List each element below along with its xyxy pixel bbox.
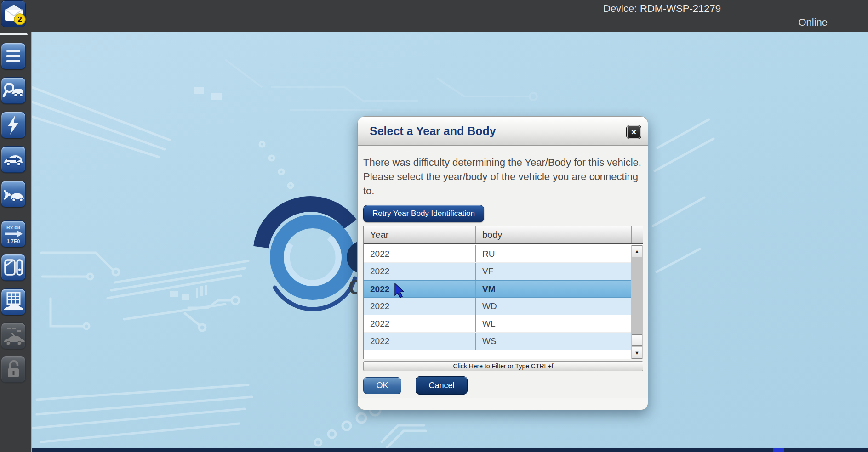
table-scrollbar[interactable]: ▲ ▼ — [631, 245, 643, 359]
bottom-status-strip — [32, 448, 868, 452]
cell-body[interactable]: WS — [476, 333, 631, 350]
scroll-down-button[interactable]: ▼ — [632, 347, 642, 359]
bottom-strip-highlight — [773, 448, 784, 452]
cell-year[interactable]: 2022 — [364, 281, 476, 297]
messages-button[interactable]: 2 — [1, 0, 26, 27]
scroll-up-button[interactable]: ▲ — [632, 245, 642, 257]
top-bar: 2 Device: RDM-WSP-21279 Online — [0, 0, 868, 32]
mouse-cursor — [394, 283, 406, 299]
mail-badge-count: 2 — [17, 15, 22, 24]
filter-bar-label: Click Here to Filter or Type CTRL+f — [453, 362, 554, 370]
mail-icon: 2 — [1, 1, 26, 28]
cell-body[interactable]: WL — [476, 315, 631, 332]
cell-body[interactable]: VF — [476, 263, 631, 280]
online-status: Online — [798, 17, 828, 28]
app-window: 2 Device: RDM-WSP-21279 Online — [0, 0, 868, 452]
close-button[interactable]: ✕ — [626, 125, 641, 139]
rx-bottom-label: 1 7E0 — [7, 238, 20, 244]
unlock-icon — [1, 357, 25, 381]
cell-body[interactable]: WD — [476, 298, 631, 315]
cell-year[interactable]: 2022 — [364, 315, 476, 332]
dialog-title: Select a Year and Body — [358, 117, 648, 145]
table-row[interactable]: 2022WD — [364, 298, 631, 315]
cell-year[interactable]: 2022 — [364, 245, 476, 262]
cancel-button[interactable]: Cancel — [416, 376, 468, 395]
dialog-footer — [358, 398, 648, 410]
car-wireless-icon — [1, 182, 25, 206]
retry-year-body-button[interactable]: Retry Year Body Identification — [363, 205, 484, 222]
lightning-icon — [1, 113, 25, 137]
sidebar-item-menu[interactable] — [1, 43, 26, 69]
dialog-body: There was difficulty determining the Yea… — [358, 146, 648, 395]
sidebar-item-flash[interactable] — [1, 112, 26, 138]
cell-year[interactable]: 2022 — [364, 298, 476, 315]
table-row[interactable]: 2022WL — [364, 315, 631, 333]
device-value: RDM-WSP-21279 — [640, 3, 721, 15]
cell-year[interactable]: 2022 — [364, 333, 476, 350]
sidebar-item-panels[interactable] — [1, 254, 26, 281]
sidebar-separator — [0, 33, 28, 35]
column-header-year[interactable]: Year — [364, 226, 476, 243]
rx-frames-icon: Rx d8 1 7E0 — [1, 222, 25, 246]
dialog-message: There was difficulty determining the Yea… — [363, 155, 645, 198]
search-vehicle-icon — [1, 79, 25, 102]
device-label: Device: — [603, 3, 637, 15]
sidebar-item-vehicle-search[interactable] — [1, 77, 26, 104]
cell-year[interactable]: 2022 — [364, 263, 476, 280]
table-body: 2022RU2022VF2022VM2022WD2022WL2022WS — [364, 245, 631, 359]
building-car-icon — [1, 290, 25, 314]
table-row[interactable]: 2022RU — [364, 245, 631, 263]
column-header-scroll-spacer — [632, 226, 643, 243]
sidebar-item-topology[interactable] — [1, 288, 26, 315]
sidebar-item-vehicle-data-disabled — [1, 322, 26, 349]
dialog-title-bar: Select a Year and Body ✕ — [358, 117, 648, 146]
menu-icon — [1, 44, 25, 68]
ok-button[interactable]: OK — [363, 377, 401, 394]
sidebar-item-vehicle-connect[interactable] — [1, 146, 26, 173]
table-header: Year body — [364, 226, 643, 244]
sidebar-item-wireless-vehicle[interactable] — [1, 181, 26, 207]
dialog-button-row: OK Cancel — [363, 376, 642, 395]
sidebar-item-data-logger[interactable]: Rx d8 1 7E0 — [1, 220, 26, 247]
cell-body[interactable]: VM — [476, 281, 631, 297]
table-row[interactable]: 2022WS — [364, 333, 631, 350]
scrollbar-thumb[interactable] — [632, 334, 642, 346]
sidebar-item-unlock-disabled — [1, 356, 26, 383]
cell-body[interactable]: RU — [476, 245, 631, 262]
select-year-body-dialog: Select a Year and Body ✕ There was diffi… — [357, 116, 648, 410]
column-header-body[interactable]: body — [476, 226, 632, 243]
car-arrow-icon — [1, 147, 25, 171]
car-data-icon — [1, 324, 25, 348]
split-panels-icon — [1, 255, 25, 279]
rx-top-label: Rx d8 — [6, 225, 20, 230]
table-row[interactable]: 2022VF — [364, 263, 631, 280]
filter-bar[interactable]: Click Here to Filter or Type CTRL+f — [363, 361, 643, 371]
sidebar: Rx d8 1 7E0 — [0, 32, 31, 452]
